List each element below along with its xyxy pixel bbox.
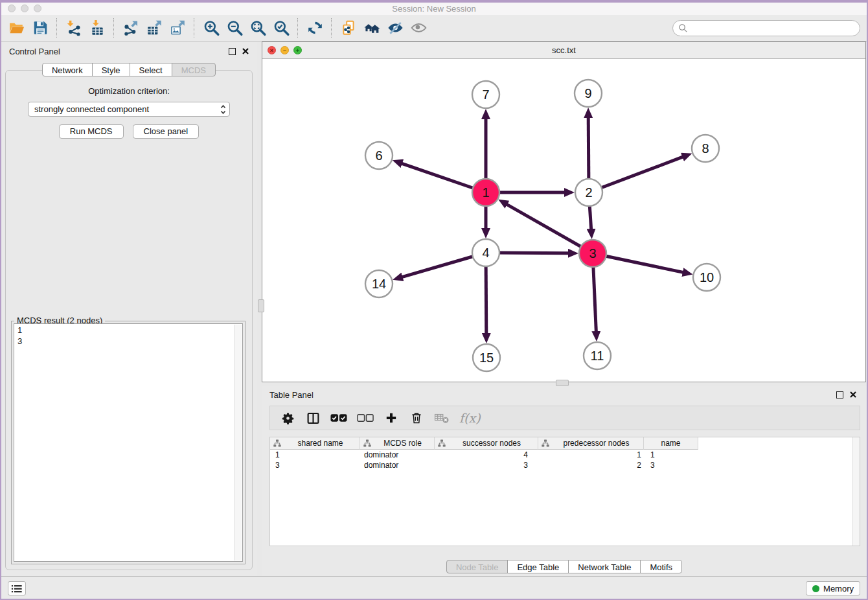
close-table-panel-icon[interactable] [850, 391, 856, 398]
table-cell[interactable]: dominator [360, 450, 435, 459]
vertical-splitter-handle[interactable] [258, 299, 264, 312]
table-scrollbar[interactable] [852, 437, 860, 546]
delete-columns-button[interactable] [409, 410, 424, 426]
hide-selected-button[interactable] [383, 17, 407, 39]
tab-select[interactable]: Select [130, 63, 172, 76]
table-cell[interactable]: 1 [270, 450, 360, 459]
show-all-icon [410, 19, 428, 36]
run-mcds-button[interactable]: Run MCDS [59, 124, 124, 139]
import-network-icon [65, 19, 83, 36]
window-title: Session: New Session [1, 3, 867, 15]
column-label: name [644, 439, 698, 448]
table-options-gear-button[interactable] [280, 410, 295, 426]
table-cell[interactable]: 3 [644, 461, 698, 470]
column-label: MCDS role [371, 439, 434, 448]
result-scrollbar[interactable] [234, 325, 242, 560]
open-file-button[interactable] [5, 17, 29, 39]
zoom-out-button[interactable] [223, 17, 246, 39]
table-tab-network-table[interactable]: Network Table [568, 560, 641, 573]
zoom-selected-button[interactable] [269, 17, 293, 39]
first-neighbors-button[interactable] [360, 17, 383, 39]
control-panel: Control Panel NetworkStyleSelectMCDS Opt… [1, 41, 257, 577]
table-cell[interactable]: 4 [435, 450, 538, 459]
criterion-dropdown[interactable]: strongly connected component [28, 102, 230, 117]
export-network-button[interactable] [119, 17, 143, 39]
deselect-all-rows-button[interactable] [357, 410, 374, 426]
memory-button-label: Memory [823, 584, 854, 594]
delete-table-button[interactable] [434, 410, 450, 426]
horizontal-splitter-handle[interactable] [556, 380, 569, 386]
first-neighbors-icon [363, 19, 381, 36]
float-table-panel-icon[interactable] [836, 391, 843, 398]
delete-columns-icon [410, 411, 423, 424]
float-panel-icon[interactable] [229, 48, 236, 55]
table-row[interactable]: 1dominator411 [270, 450, 860, 460]
tab-style[interactable]: Style [92, 63, 130, 76]
list-icon [11, 584, 23, 594]
tab-mcds[interactable]: MCDS [172, 63, 216, 76]
toolbar-separator [113, 18, 115, 38]
mcds-result-group: MCDS result (2 nodes) 13 [11, 321, 246, 564]
table-options-gear-icon [281, 411, 295, 425]
table-tab-motifs[interactable]: Motifs [640, 560, 682, 573]
column-header-mcds-role[interactable]: MCDS role [360, 437, 435, 450]
control-panel-title: Control Panel [9, 47, 60, 56]
show-all-button[interactable] [407, 17, 430, 39]
graph-node-label-3: 3 [589, 246, 596, 260]
tab-network[interactable]: Network [42, 63, 93, 76]
table-cell[interactable]: 1 [644, 450, 698, 459]
column-header-shared-name[interactable]: shared name [270, 437, 360, 450]
network-canvas-svg[interactable]: 7968124314101511 [262, 58, 865, 382]
column-header-predecessor-nodes[interactable]: predecessor nodes [538, 437, 644, 450]
zoom-out-icon [226, 19, 244, 36]
table-panel-tabs: Node TableEdge TableNetwork TableMotifs [262, 560, 867, 573]
table-cell[interactable]: dominator [360, 461, 435, 470]
toggle-pane-mode-button[interactable] [305, 410, 321, 426]
dropdown-stepper-icon [220, 103, 227, 118]
zoom-in-button[interactable] [200, 17, 223, 39]
save-session-button[interactable] [29, 17, 52, 39]
table-cell[interactable]: 3 [270, 461, 360, 470]
mcds-result-text[interactable]: 13 [14, 323, 243, 562]
column-header-successor-nodes[interactable]: successor nodes [435, 437, 538, 450]
search-input[interactable] [688, 23, 860, 34]
close-panel-icon[interactable] [242, 48, 249, 54]
refresh-view-button[interactable] [303, 17, 326, 39]
close-panel-button[interactable]: Close panel [133, 124, 200, 139]
memory-button[interactable]: Memory [806, 581, 860, 595]
node-table: shared nameMCDS rolesuccessor nodesprede… [269, 437, 860, 546]
graph-edge-2-8[interactable] [589, 157, 683, 192]
function-builder-icon: f(x) [459, 411, 481, 425]
toolbar-separator [331, 18, 332, 38]
table-tab-edge-table[interactable]: Edge Table [507, 560, 569, 573]
zoom-fit-button[interactable] [246, 17, 269, 39]
network-window-titlebar: × − + scc.txt [262, 42, 865, 59]
table-row[interactable]: 3dominator323 [270, 460, 860, 470]
new-network-from-selection-button[interactable] [337, 17, 360, 39]
import-network-button[interactable] [62, 17, 86, 39]
optimization-criterion-label: Optimization criterion: [6, 86, 252, 96]
table-tab-node-table[interactable]: Node Table [446, 560, 508, 573]
column-header-name[interactable]: name [644, 437, 698, 450]
export-image-button[interactable] [166, 17, 189, 39]
select-all-rows-button[interactable] [330, 410, 347, 426]
hide-selected-icon [387, 19, 404, 36]
table-cell[interactable]: 2 [538, 461, 644, 470]
graph-node-label-9: 9 [584, 86, 591, 100]
zoom-fit-icon [249, 19, 267, 36]
table-cell[interactable]: 3 [435, 461, 538, 470]
graph-node-label-14: 14 [372, 277, 386, 291]
import-table-button[interactable] [86, 17, 109, 39]
mcds-result-line: 3 [17, 336, 239, 347]
function-builder-button[interactable]: f(x) [459, 410, 481, 426]
mcds-panel: Optimization criterion: strongly connect… [5, 70, 253, 570]
memory-status-icon [812, 585, 819, 592]
graph-edge-3-1[interactable] [506, 204, 593, 253]
add-column-button[interactable] [383, 410, 399, 426]
header-filler [698, 437, 860, 450]
task-history-button[interactable] [8, 581, 26, 595]
deselect-all-rows-icon [357, 413, 374, 422]
table-cell[interactable]: 1 [538, 450, 644, 459]
export-table-button[interactable] [143, 17, 166, 39]
table-panel-title: Table Panel [269, 390, 314, 400]
